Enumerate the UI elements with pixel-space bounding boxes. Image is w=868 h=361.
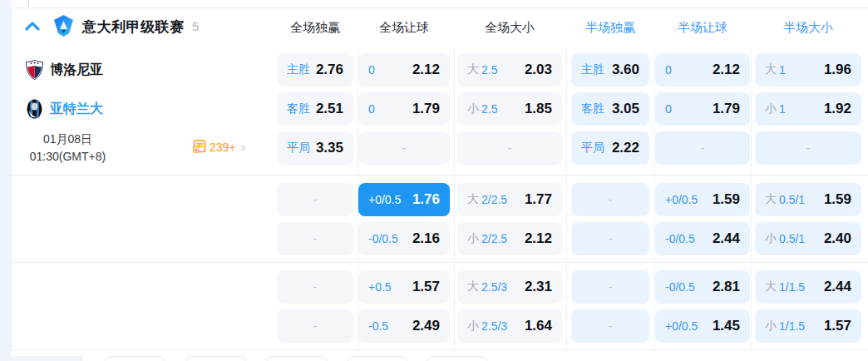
column-header-half-handicap: 半场让球 (655, 20, 750, 36)
odds-cell-half-handicap-home[interactable]: 02.12 (655, 53, 750, 87)
odds-cell-full-handicap-away[interactable]: 01.79 (358, 92, 450, 126)
odds-cell-half-handicap-away[interactable]: 01.79 (655, 92, 750, 126)
odds-cell-full-over[interactable]: 大2.52.03 (457, 53, 562, 87)
filter-pill[interactable] (427, 356, 488, 361)
next-card-left-cell (11, 356, 82, 361)
odds-cell-full-handicap[interactable]: -0.52.49 (358, 309, 450, 343)
odds-cell-full-under[interactable]: 小2/2.52.12 (457, 222, 562, 255)
column-divider (566, 47, 567, 349)
odds-cell-empty: - (571, 222, 649, 255)
column-header-half-win: 半场独赢 (571, 20, 649, 36)
card-left-border (11, 7, 12, 349)
card-bottom-border (11, 349, 868, 350)
odds-cell-full-under[interactable]: 小2.5/31.64 (457, 309, 562, 343)
league-logo-icon (52, 14, 75, 37)
odds-cell-full-over[interactable]: 大2.5/32.31 (457, 270, 562, 304)
odds-cell-half-under[interactable]: 小11.92 (755, 92, 861, 126)
left-page-strip (0, 0, 11, 361)
odds-cell-half-over[interactable]: 大1/1.52.44 (755, 270, 861, 304)
filter-pill[interactable] (104, 356, 165, 361)
odds-cell-empty: - (277, 222, 353, 255)
match-datetime: 01月08日 01:30(GMT+8) (11, 131, 125, 166)
odds-cell-handicap-selected[interactable]: +0/0.51.76 (358, 183, 450, 216)
column-header-full-win: 全场独赢 (277, 20, 353, 36)
odds-cell-half-win-away[interactable]: 客胜3.05 (571, 92, 649, 126)
home-team-name[interactable]: 博洛尼亚 (50, 62, 103, 79)
match-date: 01月08日 (11, 131, 125, 148)
odds-cell-empty: - (457, 131, 562, 165)
section-divider-2 (11, 262, 868, 263)
odds-cell-full-draw[interactable]: 平局3.35 (277, 131, 353, 165)
previous-card-remnant (28, 0, 29, 7)
column-header-full-handicap: 全场让球 (358, 20, 450, 36)
away-team-name[interactable]: 亚特兰大 (50, 101, 103, 118)
column-header-half-over-under: 半场大小 (755, 20, 861, 36)
section-divider-1 (11, 175, 868, 176)
odds-cell-full-handicap-home[interactable]: 02.12 (358, 53, 450, 87)
odds-cell-half-handicap[interactable]: -0/0.52.81 (655, 270, 750, 304)
column-divider (454, 47, 455, 349)
odds-cell-empty: - (277, 270, 353, 304)
home-team-logo-icon (26, 60, 43, 80)
odds-cell-empty: - (655, 131, 750, 165)
odds-cell-half-handicap[interactable]: +0/0.51.45 (655, 309, 750, 343)
league-match-count: 5 (192, 19, 199, 33)
filter-pill[interactable] (266, 356, 328, 361)
odds-cell-half-handicap[interactable]: +0/0.51.59 (655, 183, 750, 216)
odds-cell-empty: - (277, 183, 353, 216)
away-team-logo-icon (27, 99, 42, 119)
league-name[interactable]: 意大利甲级联赛 (82, 17, 185, 37)
odds-cell-full-win-away[interactable]: 客胜2.51 (277, 92, 353, 126)
odds-cell-full-handicap[interactable]: -0/0.52.16 (358, 222, 450, 255)
filter-pill[interactable] (185, 356, 247, 361)
odds-cell-empty: - (277, 309, 353, 343)
filter-pill[interactable] (347, 356, 408, 361)
odds-cell-empty: - (755, 131, 861, 165)
column-divider (653, 47, 654, 349)
odds-cell-empty: - (571, 270, 649, 304)
column-header-full-over-under: 全场大小 (457, 20, 562, 36)
chevron-right-icon: › (239, 141, 246, 153)
odds-cell-half-over[interactable]: 大11.96 (755, 53, 861, 87)
odds-cell-half-under[interactable]: 小1/1.51.57 (755, 309, 861, 343)
odds-cell-half-handicap[interactable]: -0/0.52.44 (655, 222, 750, 255)
match-time: 01:30(GMT+8) (11, 148, 125, 166)
card-top-border (11, 7, 868, 8)
markets-list-icon (192, 140, 206, 154)
odds-cell-half-draw[interactable]: 平局2.22 (571, 131, 649, 165)
odds-cell-full-under[interactable]: 小2.51.85 (457, 92, 562, 126)
odds-cell-empty: - (571, 309, 649, 343)
collapse-chevron-up-icon[interactable] (24, 20, 41, 32)
odds-cell-full-handicap[interactable]: +0.51.57 (358, 270, 450, 304)
odds-cell-full-win-home[interactable]: 主胜2.76 (277, 53, 353, 87)
odds-cell-half-win-home[interactable]: 主胜3.60 (571, 53, 649, 87)
odds-cell-empty: - (571, 183, 649, 216)
odds-cell-empty: - (358, 131, 450, 165)
odds-cell-half-over[interactable]: 大0.5/11.59 (755, 183, 861, 216)
column-divider (751, 47, 752, 349)
odds-cell-half-under[interactable]: 小0.5/12.40 (755, 222, 861, 255)
more-markets-count: 239+ (210, 141, 236, 154)
odds-cell-full-over[interactable]: 大2/2.51.77 (457, 183, 562, 216)
more-markets-link[interactable]: 239+ › (192, 140, 245, 154)
